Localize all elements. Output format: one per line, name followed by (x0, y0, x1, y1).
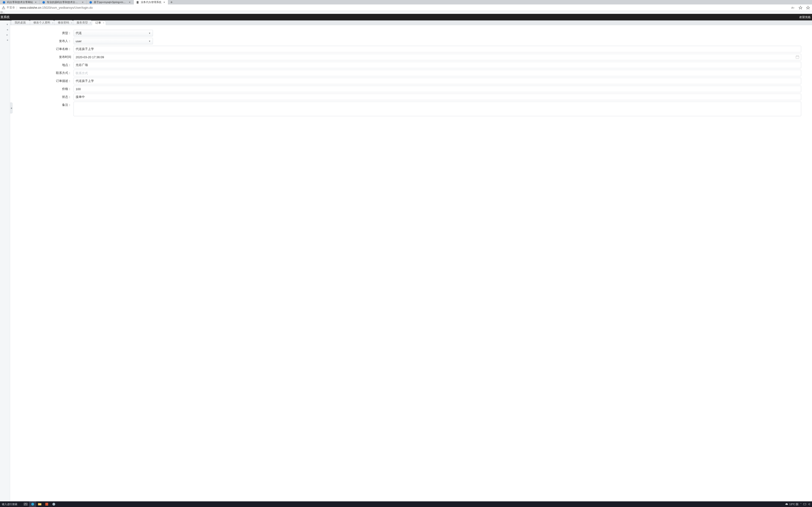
browser-tab[interactable]: 基于jsp+mysql+Spring+mybati × (87, 0, 134, 4)
publish-time-input[interactable] (73, 54, 801, 60)
tab-service-type[interactable]: 服务类型× (73, 20, 93, 25)
address-bar: 不安全 | www.csbishe.cn:15020/ssm_ywdbansys… (0, 4, 812, 11)
tab-order[interactable]: 订单× (92, 20, 106, 25)
powerpoint-app-icon[interactable] (43, 501, 50, 507)
label-publisher: 发布人： (10, 38, 73, 44)
taskbar: 键入进行搜索 13°C 阴 ˄ (0, 501, 812, 507)
tab-profile[interactable]: 修改个人资料× (30, 20, 55, 25)
weather-text: 13°C 阴 (789, 503, 798, 506)
cloud-icon (785, 503, 788, 506)
close-icon[interactable]: × (34, 1, 37, 4)
contact-input[interactable] (73, 70, 801, 76)
favicon-icon (89, 1, 92, 4)
sidebar-item-prev[interactable]: ◂ (0, 27, 10, 32)
tab-password[interactable]: 修改密码× (54, 20, 74, 25)
unsafe-label: 不安全 (7, 6, 15, 10)
browser-tab-title: 基于jsp+mysql+Spring+mybati (94, 0, 127, 4)
order-desc-input[interactable] (73, 78, 801, 84)
favicon-icon (2, 1, 6, 4)
generic-app-icon[interactable] (50, 501, 57, 507)
sidebar-item-next[interactable]: ▸ (0, 32, 10, 37)
document-icon (136, 1, 139, 4)
read-aloud-icon[interactable]: A⁊ (791, 6, 795, 10)
network-icon[interactable] (803, 503, 806, 506)
tray-chevron-icon[interactable]: ˄ (800, 503, 802, 506)
label-order-desc: 订单描述： (10, 78, 73, 84)
weather-widget[interactable]: 13°C 阴 (785, 503, 798, 506)
security-indicator[interactable]: 不安全 | (2, 6, 17, 10)
svg-rect-3 (137, 1, 139, 3)
url-field[interactable]: www.csbishe.cn:15020/ssm_ywdbansys/User/… (19, 6, 789, 9)
sidebar: ▾ ◂ ▸ ◂ (0, 20, 10, 501)
svg-rect-16 (38, 503, 40, 504)
mini-toolbar[interactable]: 印... (0, 11, 812, 14)
favorites-add-icon[interactable] (798, 6, 803, 10)
order-name-input[interactable] (73, 46, 801, 52)
svg-rect-5 (3, 8, 4, 8)
svg-rect-12 (26, 503, 27, 504)
svg-rect-4 (3, 7, 4, 8)
close-icon[interactable]: × (90, 21, 91, 24)
close-icon[interactable]: × (71, 21, 72, 24)
publisher-select[interactable]: user▾ (73, 38, 153, 44)
location-input[interactable] (73, 62, 801, 68)
new-tab-button[interactable]: ＋ (168, 0, 175, 4)
label-publish-time: 发布时间 (10, 54, 73, 60)
edge-app-icon[interactable] (29, 501, 36, 507)
url-path: :15020/ssm_ywdbansys/User/login.do (41, 6, 93, 9)
type-select[interactable]: 代送▾ (73, 30, 153, 36)
label-location: 地点： (10, 62, 73, 68)
svg-point-2 (90, 1, 92, 3)
chevron-down-icon: ▾ (149, 40, 150, 43)
browser-tab-active[interactable]: 业务代办管理系统 × (134, 0, 168, 4)
volume-icon[interactable] (808, 503, 811, 506)
tab-label: 我的桌面 (14, 21, 26, 25)
page-tab-bar: 我的桌面 修改个人资料× 修改密码× 服务类型× 订单× (10, 20, 812, 25)
tab-desktop[interactable]: 我的桌面 (11, 20, 31, 25)
label-contact: 联系方式： (10, 70, 73, 76)
label-status: 状态： (10, 94, 73, 100)
close-icon[interactable]: × (81, 1, 84, 4)
chevron-down-icon: ▾ (149, 32, 150, 35)
browser-tab-title: 码分享和技术分享网站 (7, 0, 33, 4)
svg-point-18 (52, 503, 55, 506)
close-icon[interactable]: × (128, 1, 131, 4)
browser-tab-strip: 码分享和技术分享网站 × 专业的源码分享和技术分享网站 × 基于jsp+mysq… (0, 0, 812, 4)
close-icon[interactable]: × (52, 21, 54, 24)
svg-rect-13 (24, 504, 27, 505)
explorer-app-icon[interactable] (36, 501, 43, 507)
svg-point-14 (31, 503, 34, 506)
app-header: 里系统 欢迎光临 (0, 14, 812, 20)
browser-tab[interactable]: 码分享和技术分享网站 × (0, 0, 40, 4)
favicon-icon (42, 1, 45, 4)
label-order-name: 订单名称： (10, 46, 73, 52)
select-value: 代送 (75, 31, 82, 35)
close-icon[interactable]: × (163, 1, 166, 4)
close-icon[interactable]: × (103, 21, 104, 24)
select-value: user (75, 40, 82, 43)
price-input[interactable] (73, 86, 801, 92)
remark-textarea[interactable] (73, 102, 801, 116)
workspace: ▾ ◂ ▸ ◂ 我的桌面 修改个人资料× 修改密码× 服务类型× 订单× ◂ 类… (0, 20, 812, 501)
favorites-icon[interactable] (806, 6, 810, 10)
tab-label: 修改密码 (58, 21, 69, 25)
label-price: 价格： (10, 86, 73, 92)
separator: | (16, 6, 17, 9)
tab-label: 订单 (95, 21, 101, 25)
order-form: 类型： 代送▾ 发布人： user▾ 订单名称： 发布时间 (10, 25, 812, 123)
svg-text:A⁊: A⁊ (791, 6, 794, 9)
svg-rect-19 (804, 504, 806, 505)
url-host: www.csbishe.cn (19, 6, 41, 9)
sidebar-toggle[interactable]: ▾ (0, 22, 10, 27)
task-view-button[interactable] (22, 501, 29, 507)
sidebar-item-collapse[interactable]: ◂ (0, 37, 10, 43)
svg-point-0 (3, 1, 5, 3)
content-area: 类型： 代送▾ 发布人： user▾ 订单名称： 发布时间 (10, 25, 812, 501)
browser-tab-title: 专业的源码分享和技术分享网站 (47, 0, 80, 4)
status-input[interactable] (73, 94, 801, 100)
browser-tab-title: 业务代办管理系统 (141, 0, 161, 4)
tab-label: 修改个人资料 (33, 21, 50, 25)
label-type: 类型： (10, 30, 73, 36)
taskbar-search[interactable]: 键入进行搜索 (1, 503, 21, 506)
browser-tab[interactable]: 专业的源码分享和技术分享网站 × (40, 0, 87, 4)
